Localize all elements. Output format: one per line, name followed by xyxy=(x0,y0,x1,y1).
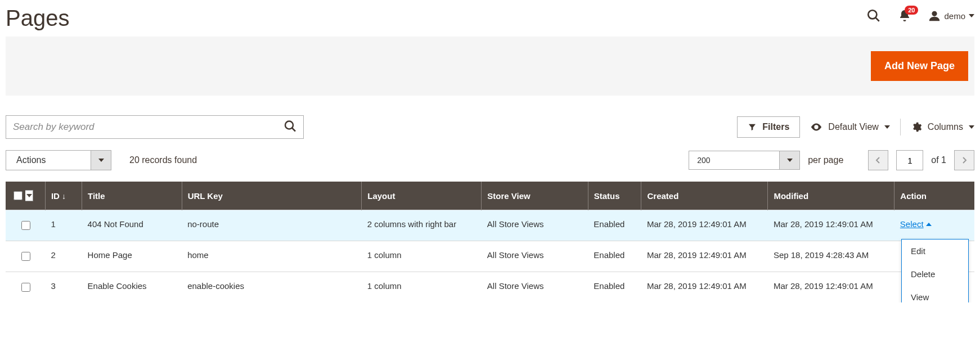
columns-label: Columns xyxy=(928,122,963,132)
separator xyxy=(900,119,901,135)
cell-layout: 1 column xyxy=(362,272,482,303)
cell-status: Enabled xyxy=(588,241,641,272)
per-page-label: per page xyxy=(808,155,843,165)
cell-modified: Sep 18, 2019 4:28:43 AM xyxy=(768,241,894,272)
header-created[interactable]: Created xyxy=(641,182,768,210)
records-found: 20 records found xyxy=(129,155,197,165)
default-view-label: Default View xyxy=(828,122,879,132)
chevron-down-icon xyxy=(91,151,111,170)
table-row[interactable]: 2Home Pagehome1 columnAll Store ViewsEna… xyxy=(6,241,974,272)
global-search-icon[interactable] xyxy=(866,8,881,23)
eye-icon xyxy=(810,121,822,133)
gear-icon xyxy=(911,121,922,133)
default-view-toggle[interactable]: Default View xyxy=(810,121,890,133)
header-url-key[interactable]: URL Key xyxy=(182,182,362,210)
cell-modified: Mar 28, 2019 12:49:01 AM xyxy=(768,210,894,241)
table-row[interactable]: 1404 Not Foundno-route2 columns with rig… xyxy=(6,210,974,241)
action-bar: Add New Page xyxy=(6,37,974,96)
svg-point-3 xyxy=(285,121,293,129)
columns-toggle[interactable]: Columns xyxy=(911,121,974,133)
chevron-down-icon xyxy=(779,151,799,169)
funnel-icon xyxy=(748,123,757,132)
prev-page-button[interactable] xyxy=(868,150,888,170)
notifications-icon[interactable]: 20 xyxy=(898,9,911,22)
svg-line-4 xyxy=(292,128,295,132)
row-action-menu: Edit Delete View xyxy=(901,239,969,302)
cell-id: 2 xyxy=(45,241,82,272)
per-page-select[interactable]: 200 xyxy=(689,151,800,170)
cell-title: 404 Not Found xyxy=(82,210,182,241)
actions-select[interactable]: Actions xyxy=(6,150,111,170)
cell-action: Select xyxy=(894,210,974,241)
pages-grid: ID↓ Title URL Key Layout Store View Stat… xyxy=(6,182,974,302)
select-all-checkbox[interactable] xyxy=(14,191,23,200)
action-edit[interactable]: Edit xyxy=(902,239,968,263)
cell-id: 1 xyxy=(45,210,82,241)
cell-layout: 1 column xyxy=(362,241,482,272)
row-checkbox[interactable] xyxy=(21,221,30,230)
header-store-view[interactable]: Store View xyxy=(482,182,588,210)
user-name: demo xyxy=(944,11,965,21)
add-new-page-button[interactable]: Add New Page xyxy=(871,51,968,81)
page-title: Pages xyxy=(6,6,69,31)
cell-title: Enable Cookies xyxy=(82,272,182,303)
cell-id: 3 xyxy=(45,272,82,303)
page-of-label: of 1 xyxy=(931,155,946,165)
cell-created: Mar 28, 2019 12:49:01 AM xyxy=(641,241,768,272)
chevron-right-icon xyxy=(961,156,967,164)
row-checkbox-cell xyxy=(6,241,45,272)
row-checkbox[interactable] xyxy=(21,252,30,261)
chevron-down-icon[interactable] xyxy=(25,190,33,201)
svg-point-0 xyxy=(869,10,877,19)
chevron-up-icon xyxy=(926,223,932,226)
select-link[interactable]: Select xyxy=(900,219,932,229)
cell-layout: 2 columns with right bar xyxy=(362,210,482,241)
table-row[interactable]: 3Enable Cookiesenable-cookies1 columnAll… xyxy=(6,272,974,303)
action-view[interactable]: View xyxy=(902,286,968,302)
svg-point-2 xyxy=(932,11,937,16)
next-page-button[interactable] xyxy=(954,150,974,170)
header-status[interactable]: Status xyxy=(588,182,641,210)
user-menu[interactable]: demo xyxy=(928,10,974,22)
header-layout[interactable]: Layout xyxy=(362,182,482,210)
sort-desc-icon: ↓ xyxy=(62,192,66,201)
chevron-left-icon xyxy=(875,156,881,164)
cell-store-view: All Store Views xyxy=(482,210,588,241)
header-action: Action xyxy=(894,182,974,210)
cell-created: Mar 28, 2019 12:49:01 AM xyxy=(641,210,768,241)
chevron-down-icon xyxy=(969,125,974,129)
per-page-value: 200 xyxy=(689,151,779,169)
cell-url-key: home xyxy=(182,241,362,272)
svg-line-1 xyxy=(876,17,880,21)
filters-label: Filters xyxy=(762,122,789,132)
header-checkbox[interactable] xyxy=(6,182,45,210)
search-input[interactable] xyxy=(6,115,304,139)
actions-label: Actions xyxy=(6,151,91,170)
row-checkbox-cell xyxy=(6,272,45,303)
header-title[interactable]: Title xyxy=(82,182,182,210)
row-checkbox-cell xyxy=(6,210,45,241)
header-modified[interactable]: Modified xyxy=(768,182,894,210)
cell-created: Mar 28, 2019 12:49:01 AM xyxy=(641,272,768,303)
action-delete[interactable]: Delete xyxy=(902,263,968,286)
user-icon xyxy=(928,10,941,22)
notification-badge: 20 xyxy=(905,6,918,15)
cell-modified: Mar 28, 2019 12:49:01 AM xyxy=(768,272,894,303)
cell-title: Home Page xyxy=(82,241,182,272)
cell-url-key: no-route xyxy=(182,210,362,241)
search-icon xyxy=(284,120,297,133)
cell-url-key: enable-cookies xyxy=(182,272,362,303)
header-id[interactable]: ID↓ xyxy=(45,182,82,210)
filters-button[interactable]: Filters xyxy=(737,116,800,138)
cell-status: Enabled xyxy=(588,210,641,241)
chevron-down-icon xyxy=(969,14,974,17)
page-number-input[interactable] xyxy=(896,150,923,170)
row-checkbox[interactable] xyxy=(21,283,30,292)
cell-store-view: All Store Views xyxy=(482,241,588,272)
search-button[interactable] xyxy=(280,116,300,138)
chevron-down-icon xyxy=(884,125,890,129)
cell-store-view: All Store Views xyxy=(482,272,588,303)
cell-status: Enabled xyxy=(588,272,641,303)
